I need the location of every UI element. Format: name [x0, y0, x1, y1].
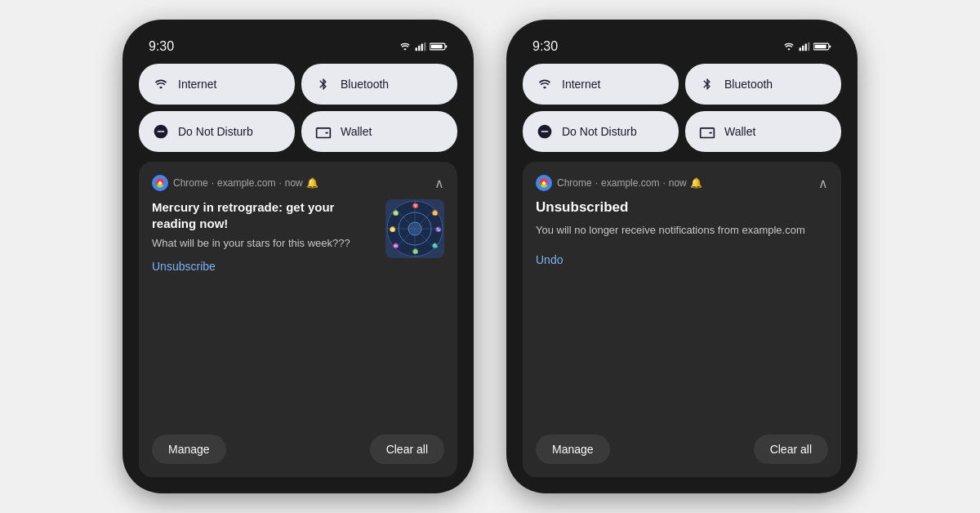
wifi-icon-2	[536, 75, 554, 93]
svg-text:♏: ♏	[432, 243, 439, 249]
dnd-icon-2	[536, 123, 554, 141]
battery-status-icon	[430, 42, 448, 51]
notif-footer-2: Manage Clear all	[536, 435, 828, 464]
svg-rect-23	[800, 47, 801, 51]
wifi-icon	[152, 75, 170, 93]
svg-text:♋: ♋	[390, 226, 396, 233]
svg-rect-1	[418, 46, 420, 51]
svg-text:♈: ♈	[412, 203, 419, 209]
svg-rect-6	[431, 45, 443, 49]
tile-dnd-2[interactable]: Do Not Disturb	[523, 111, 679, 152]
tile-wallet-2[interactable]: Wallet	[685, 111, 841, 152]
notification-card-1: Chrome · example.com · now 🔔 ∧ Mercury i…	[139, 162, 457, 477]
bell-icon-1: 🔔	[306, 177, 318, 189]
tile-bluetooth-2[interactable]: Bluetooth	[685, 64, 841, 105]
status-time-2: 9:30	[532, 39, 558, 54]
notif-unsubscribed-title: Unsubscribed	[536, 199, 828, 216]
notif-app-name-2: Chrome	[557, 177, 592, 189]
svg-rect-28	[829, 45, 831, 47]
bluetooth-icon-2	[698, 75, 716, 93]
notif-body-1: Mercury in retrograde: get your reading …	[152, 199, 444, 422]
wallet-icon	[314, 123, 332, 141]
svg-text:♒: ♒	[393, 243, 399, 249]
tile-bluetooth-label-2: Bluetooth	[724, 78, 773, 91]
notif-text-1: Mercury in retrograde: get your reading …	[152, 199, 376, 422]
notif-time-1: now	[285, 177, 303, 189]
unsubscribe-button[interactable]: Unsubscribe	[152, 260, 216, 273]
chrome-icon-2	[536, 175, 552, 191]
bell-icon-2: 🔔	[690, 177, 702, 189]
svg-text:♎: ♎	[412, 248, 419, 255]
wallet-icon-2	[698, 123, 716, 141]
wifi-status-icon	[399, 42, 412, 51]
status-icons-1	[399, 42, 448, 51]
notif-undo-action: Undo	[536, 247, 828, 267]
chrome-icon-1	[152, 175, 168, 191]
clear-all-button-1[interactable]: Clear all	[370, 435, 444, 464]
quick-tiles-2: Internet Bluetooth Do Not Disturb	[523, 64, 841, 152]
clear-all-button-2[interactable]: Clear all	[754, 435, 828, 464]
chevron-up-icon-2[interactable]: ∧	[818, 176, 828, 191]
notif-title-1: Mercury in retrograde: get your reading …	[152, 199, 376, 231]
tile-internet-1[interactable]: Internet	[139, 64, 295, 105]
notif-desc-1: What will be in your stars for this week…	[152, 236, 376, 251]
status-time-1: 9:30	[149, 39, 174, 54]
phone-1: 9:30	[122, 20, 474, 493]
tile-dnd-1[interactable]: Do Not Disturb	[139, 111, 295, 152]
tile-bluetooth-1[interactable]: Bluetooth	[301, 64, 457, 105]
status-icons-2	[782, 42, 831, 51]
notif-app-name-1: Chrome	[173, 177, 208, 189]
tile-dnd-label-2: Do Not Disturb	[562, 125, 637, 138]
notif-header-1: Chrome · example.com · now 🔔 ∧	[152, 175, 444, 191]
notif-text-2: Unsubscribed You will no longer receive …	[536, 199, 828, 422]
tile-bluetooth-label-1: Bluetooth	[341, 78, 389, 91]
notif-action-1: Unsubscribe	[152, 259, 376, 274]
svg-rect-5	[445, 45, 447, 47]
notif-footer-1: Manage Clear all	[152, 435, 444, 464]
signal-status-icon-2	[799, 42, 810, 51]
notif-header-2: Chrome · example.com · now 🔔 ∧	[536, 175, 828, 191]
notification-card-2: Chrome · example.com · now 🔔 ∧ Unsubscri…	[523, 162, 841, 477]
tile-wallet-1[interactable]: Wallet	[301, 111, 457, 152]
tile-internet-label-1: Internet	[178, 78, 216, 91]
svg-rect-26	[808, 42, 809, 51]
tile-wallet-label-1: Wallet	[341, 125, 372, 138]
tile-internet-2[interactable]: Internet	[523, 64, 679, 105]
svg-rect-0	[416, 47, 417, 51]
notif-app-info-1: Chrome · example.com · now 🔔	[173, 177, 318, 189]
notif-image-1: ♈ ♎ ♋ ♑ ♊ ♍ ♏ ♒	[385, 199, 444, 258]
tile-internet-label-2: Internet	[562, 78, 600, 91]
status-bar-1: 9:30	[139, 36, 457, 64]
bluetooth-icon	[314, 75, 332, 93]
undo-button[interactable]: Undo	[536, 253, 563, 266]
battery-status-icon-2	[813, 42, 831, 51]
svg-text:♊: ♊	[432, 210, 439, 216]
tile-dnd-label-1: Do Not Disturb	[178, 125, 253, 138]
svg-rect-25	[805, 44, 807, 51]
chevron-up-icon-1[interactable]: ∧	[434, 176, 444, 191]
manage-button-1[interactable]: Manage	[152, 435, 226, 464]
svg-rect-29	[815, 45, 826, 49]
dnd-icon	[152, 123, 170, 141]
notif-domain-2: example.com	[601, 177, 659, 189]
notif-header-left-2: Chrome · example.com · now 🔔	[536, 175, 702, 191]
svg-rect-3	[424, 42, 425, 51]
quick-tiles-1: Internet Bluetooth Do Not Disturb	[139, 64, 457, 152]
svg-text:♍: ♍	[393, 210, 399, 216]
tile-wallet-label-2: Wallet	[724, 125, 755, 138]
notif-header-left-1: Chrome · example.com · now 🔔	[152, 175, 318, 191]
notif-time-2: now	[669, 177, 687, 189]
notif-app-info-2: Chrome · example.com · now 🔔	[557, 177, 702, 189]
notif-domain-1: example.com	[217, 177, 275, 189]
notif-unsubscribed-desc: You will no longer receive notifications…	[536, 222, 828, 239]
svg-rect-24	[802, 46, 804, 51]
status-bar-2: 9:30	[523, 36, 841, 64]
svg-rect-2	[421, 44, 423, 51]
manage-button-2[interactable]: Manage	[536, 435, 610, 464]
signal-status-icon	[415, 42, 426, 51]
svg-text:♑: ♑	[435, 226, 442, 233]
phone-2: 9:30 Interne	[506, 20, 858, 493]
wifi-status-icon-2	[782, 42, 795, 51]
